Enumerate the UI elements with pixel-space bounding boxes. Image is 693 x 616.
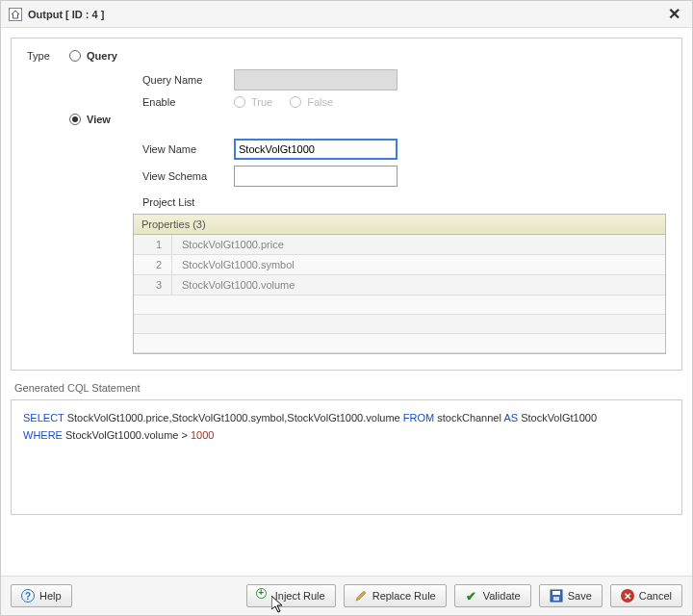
cql-columns: StockVolGt1000.price,StockVolGt1000.symb…	[67, 412, 400, 424]
help-icon: ?	[21, 589, 35, 603]
query-radio-label: Query	[87, 50, 117, 62]
view-radio-label: View	[87, 114, 111, 125]
close-icon[interactable]: ✕	[664, 5, 684, 23]
row-value: StockVolGt1000.volume	[172, 275, 304, 295]
inject-icon	[257, 589, 270, 603]
table-row	[134, 315, 665, 334]
radio-icon	[69, 50, 81, 62]
cql-alias: StockVolGt1000	[521, 412, 597, 424]
false-label: False	[307, 96, 333, 108]
radio-icon	[290, 96, 301, 108]
view-group: View Name View Schema Project List Prope…	[142, 139, 666, 354]
view-name-label: View Name	[142, 143, 234, 155]
enable-false-radio: False	[290, 96, 333, 108]
radio-icon	[234, 96, 245, 108]
cql-cond-lhs: StockVolGt1000.volume >	[65, 429, 188, 441]
table-row[interactable]: 1 StockVolGt1000.price	[134, 235, 665, 255]
row-index: 2	[134, 255, 172, 274]
validate-button[interactable]: ✔ Validate	[454, 584, 531, 607]
cancel-label: Cancel	[639, 590, 672, 602]
help-label: Help	[39, 590, 62, 602]
properties-table-body: 1 StockVolGt1000.price 2 StockVolGt1000.…	[134, 235, 665, 353]
inject-label: Inject Rule	[275, 590, 325, 602]
row-index: 1	[134, 235, 172, 254]
query-radio[interactable]: Query	[69, 50, 117, 62]
row-index: 3	[134, 275, 172, 295]
query-name-label: Query Name	[142, 74, 234, 86]
kw-select: SELECT	[23, 412, 64, 424]
row-value: StockVolGt1000.price	[172, 235, 294, 254]
type-label: Type	[27, 50, 69, 62]
enable-true-radio: True	[234, 96, 272, 108]
dialog-footer: ? Help Inject Rule Replace Rule ✔ Valida…	[1, 576, 692, 615]
query-name-input	[234, 69, 398, 90]
true-label: True	[251, 96, 272, 108]
project-list-label: Project List	[142, 196, 666, 208]
view-name-input[interactable]	[234, 139, 398, 160]
radio-icon	[69, 114, 81, 125]
cancel-button[interactable]: ✕ Cancel	[610, 584, 682, 607]
dialog-content: Type Query Query Name Enable True	[1, 28, 692, 576]
table-row	[134, 334, 665, 353]
help-button[interactable]: ? Help	[11, 584, 72, 607]
row-value: StockVolGt1000.symbol	[172, 255, 304, 274]
table-row[interactable]: 3 StockVolGt1000.volume	[134, 275, 665, 295]
output-dialog: Output [ ID : 4 ] ✕ Type Query Query Nam…	[0, 0, 693, 616]
view-schema-input[interactable]	[234, 166, 398, 187]
check-icon: ✔	[465, 589, 478, 603]
svg-rect-2	[553, 597, 559, 601]
save-label: Save	[568, 590, 592, 602]
save-icon	[550, 589, 563, 603]
cancel-icon: ✕	[621, 589, 634, 603]
titlebar: Output [ ID : 4 ] ✕	[1, 1, 692, 28]
properties-table-header: Properties (3)	[134, 215, 665, 235]
svg-rect-1	[552, 591, 560, 595]
home-icon[interactable]	[9, 8, 22, 21]
properties-table: Properties (3) 1 StockVolGt1000.price 2 …	[133, 214, 666, 354]
enable-label: Enable	[142, 96, 234, 108]
table-row	[134, 295, 665, 315]
table-row[interactable]: 2 StockVolGt1000.symbol	[134, 255, 665, 275]
kw-from: FROM	[403, 412, 434, 424]
cql-cond-rhs: 1000	[191, 429, 214, 441]
cql-source: stockChannel	[437, 412, 501, 424]
cql-statement-box: SELECT StockVolGt1000.price,StockVolGt10…	[11, 399, 682, 515]
cql-label: Generated CQL Statement	[14, 382, 682, 394]
save-button[interactable]: Save	[539, 584, 603, 607]
view-radio[interactable]: View	[69, 114, 111, 125]
view-schema-label: View Schema	[142, 170, 234, 182]
inject-rule-button[interactable]: Inject Rule	[246, 584, 336, 607]
replace-rule-button[interactable]: Replace Rule	[344, 584, 447, 607]
type-panel: Type Query Query Name Enable True	[11, 38, 682, 371]
validate-label: Validate	[483, 590, 521, 602]
query-group: Query Name Enable True False	[142, 69, 666, 108]
kw-as: AS	[503, 412, 518, 424]
dialog-title: Output [ ID : 4 ]	[28, 9, 664, 20]
kw-where: WHERE	[23, 429, 63, 441]
pencil-icon	[354, 589, 368, 603]
replace-label: Replace Rule	[372, 590, 436, 602]
